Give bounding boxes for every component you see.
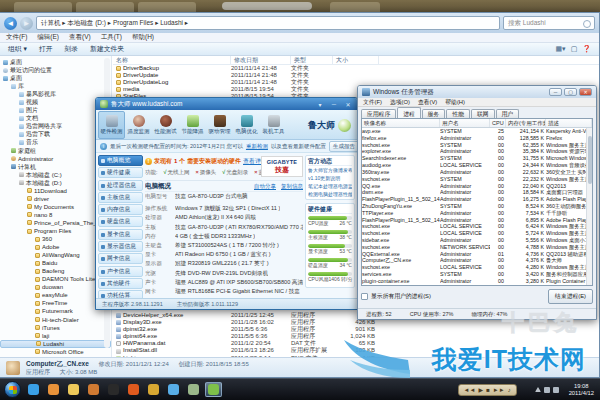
minimize-button[interactable]: ─ — [549, 88, 562, 96]
news-link[interactable]: 检测电脑处理器性能监控行为 — [308, 190, 352, 198]
nav-tree-item[interactable]: 最近访问的位置 — [0, 66, 111, 74]
show-hidden-icons[interactable] — [535, 387, 541, 392]
menu-item[interactable]: 选项(O) — [390, 98, 410, 107]
taskmgr-tab[interactable]: 进程 — [397, 107, 421, 118]
table-scrollbar-thumb[interactable] — [588, 136, 592, 184]
column-description[interactable]: 描述 — [546, 119, 592, 127]
process-row[interactable]: avp.exe SYSTEM 25 241,154 K Kaspersky An… — [362, 128, 592, 135]
volume-icon[interactable] — [544, 387, 550, 393]
ludashi-sidebar-item[interactable]: 硬盘信息 — [98, 216, 143, 227]
nav-tree-item[interactable]: 库 — [0, 82, 111, 90]
help-icon[interactable]: ❓ — [582, 45, 591, 53]
column-image-name[interactable]: 映像名称 — [362, 119, 440, 127]
table-scrollbar[interactable] — [586, 128, 592, 285]
menu-item[interactable]: 帮助(H) — [132, 33, 154, 42]
show-all-users-checkbox[interactable] — [361, 293, 368, 300]
nav-tree-item[interactable]: Microsoft Office — [0, 348, 111, 356]
background-tab[interactable] — [14, 2, 72, 12]
file-row[interactable]: DriverBackup 2011/11/14 21:48 文件夹 — [113, 65, 393, 72]
process-row[interactable]: audiodg.exe LOCAL SERVICE 00 24,344 K Wi… — [362, 162, 592, 169]
ludashi-nav-button[interactable]: 温度监测 — [125, 111, 152, 139]
column-date[interactable]: 修改日期 — [231, 56, 291, 64]
maximize-button[interactable]: ▢ — [564, 88, 577, 96]
taskmgr-tab[interactable]: 用户 — [496, 109, 520, 118]
process-row[interactable]: FlashPlayerPlugin_11_5_502_14 Administra… — [362, 196, 592, 203]
taskbar-app-icon[interactable] — [205, 382, 222, 397]
file-row[interactable]: dpinst64.exe 2011/5/5 6:36 应用程序 1,024 KB — [113, 333, 393, 340]
background-tab[interactable] — [330, 2, 380, 12]
close-icon[interactable]: ✕ — [343, 101, 353, 108]
column-type[interactable]: 类型 — [291, 56, 333, 64]
nav-tree-item[interactable]: 桌面 — [0, 74, 111, 82]
gigabyte-ad[interactable]: GIGABYTE 技嘉 — [261, 156, 303, 177]
ludashi-sidebar-item[interactable]: 内存信息 — [98, 204, 143, 215]
menu-item[interactable]: 帮助(H) — [445, 98, 465, 107]
ludashi-nav-button[interactable]: 装机工具 — [260, 111, 287, 139]
toolbar-open-button[interactable]: 打开 — [39, 44, 53, 54]
process-row[interactable]: QQ.exe Administrator 00 22,040 K QQ2013 — [362, 183, 592, 190]
ludashi-nav-button[interactable]: 驱动管理 — [206, 111, 233, 139]
process-row[interactable]: plugin-container.exe Administrator 00 3,… — [362, 278, 592, 285]
file-row[interactable]: media 2011/8/15 19:54 文件夹 — [113, 86, 393, 93]
menu-item[interactable]: 工具(T) — [101, 33, 122, 42]
file-row[interactable]: dpinst32.exe 2011/5/5 6:36 应用程序 901 KB — [113, 326, 393, 333]
taskmgr-tab[interactable]: 应用程序 — [361, 109, 396, 118]
taskbar-app-icon[interactable] — [105, 382, 122, 397]
file-row[interactable]: DeviceHelper_x64.exe 2011/1/25 12:45 应用程… — [113, 312, 393, 319]
nav-tree-item[interactable]: laji — [0, 332, 111, 340]
process-row[interactable]: sidebar.exe Administrator 00 5,556 K Win… — [362, 237, 592, 244]
taskmgr-tab[interactable]: 性能 — [446, 109, 470, 118]
forward-button[interactable]: ► — [20, 17, 33, 30]
skin-icon[interactable]: ▾ — [315, 101, 325, 108]
ludashi-nav-button[interactable]: 节能降温 — [179, 111, 206, 139]
column-name[interactable]: 名称 — [113, 56, 231, 64]
nav-tree-item[interactable]: Hi-tech-Dialer — [0, 316, 111, 324]
background-search-box[interactable] — [222, 2, 312, 10]
ludashi-sidebar-item[interactable]: 显卡信息 — [98, 229, 143, 240]
ludashi-nav-button[interactable]: 电脑优化 — [233, 111, 260, 139]
ludashi-sidebar-item[interactable]: 其他硬件 — [98, 278, 143, 289]
column-cpu[interactable]: CPU — [490, 119, 506, 127]
taskbar-clock[interactable]: 19:08 2011/4/12 — [569, 383, 596, 397]
ludashi-sidebar-item[interactable]: 电脑概览 — [98, 155, 143, 166]
preview-pane-icon[interactable]: ▢ — [571, 45, 578, 53]
ludashi-sidebar-item[interactable]: 主板信息 — [98, 192, 143, 203]
recheck-link[interactable]: 重新检测 — [246, 143, 268, 150]
taskbar-app-icon[interactable] — [185, 382, 202, 397]
taskbar-app-icon[interactable] — [65, 382, 82, 397]
taskmgr-tab[interactable]: 服务 — [422, 109, 446, 118]
ludashi-sidebar-item[interactable]: 硬件健康 — [98, 167, 143, 178]
ludashi-sidebar-item[interactable]: 声卡信息 — [98, 266, 143, 277]
process-row[interactable]: 360tray.exe Administrator 00 22,632 K 36… — [362, 169, 592, 176]
taskbar-app-icon[interactable] — [145, 382, 162, 397]
background-tab[interactable] — [76, 2, 134, 12]
process-row[interactable]: Computer乙_CN.exe Administrator 00 4,376 … — [362, 257, 592, 264]
ludashi-nav-button[interactable]: 硬件检测 — [98, 111, 125, 139]
taskbar-app-icon[interactable] — [85, 382, 102, 397]
auto-share-link[interactable]: 自动分享 — [254, 183, 276, 190]
process-row[interactable]: firefox.exe Administrator 00 128,585 K F… — [362, 135, 592, 142]
process-row[interactable]: svchost.exe SYSTEM 00 62,355 K Windows 服… — [362, 142, 592, 149]
taskbar-app-icon[interactable] — [165, 382, 182, 397]
file-row[interactable]: Display3D.exe 2011/1/28 16:02 应用程序 426 K… — [113, 319, 393, 326]
process-row[interactable]: svchost.exe LOCAL SERVICE 00 5,724 K Win… — [362, 230, 592, 237]
process-row[interactable]: QQExternal.exe Administrator 01 4,736 K … — [362, 251, 592, 258]
search-input[interactable]: 搜索 Ludashi — [503, 16, 595, 30]
process-row[interactable]: svchost.exe LOCAL SERVICE 00 6,424 K Win… — [362, 223, 592, 230]
player-control-icon[interactable]: ♪ — [508, 387, 511, 393]
process-row[interactable]: svchost.exe SYSTEM 00 22,232 K Windows 服… — [362, 176, 592, 183]
file-row[interactable]: DriverUpdate 2011/11/14 21:48 文件夹 — [113, 72, 393, 79]
file-row[interactable]: HWPanama.dat 2011/1/2 20:54 DAT 文件 65 KB — [113, 340, 393, 347]
ludashi-nav-button[interactable]: 性能测试 — [152, 111, 179, 139]
taskbar-app-icon[interactable] — [125, 382, 142, 397]
taskbar-app-icon[interactable] — [25, 382, 42, 397]
menu-item[interactable]: 文件(F) — [6, 33, 27, 42]
player-control-icon[interactable]: ◄◄ — [464, 387, 476, 393]
column-size[interactable]: 大小 — [333, 56, 379, 64]
menu-item[interactable]: 文件(F) — [363, 98, 382, 107]
player-control-icon[interactable]: ■ — [486, 387, 490, 393]
menu-item[interactable]: 编辑(E) — [37, 33, 59, 42]
nav-tree-item[interactable]: iTunes — [0, 324, 111, 332]
nav-tree-item[interactable]: Ludashi — [0, 340, 111, 348]
process-row[interactable]: dwm.exe Administrator 00 18,584 K 桌面窗口管理… — [362, 189, 592, 196]
